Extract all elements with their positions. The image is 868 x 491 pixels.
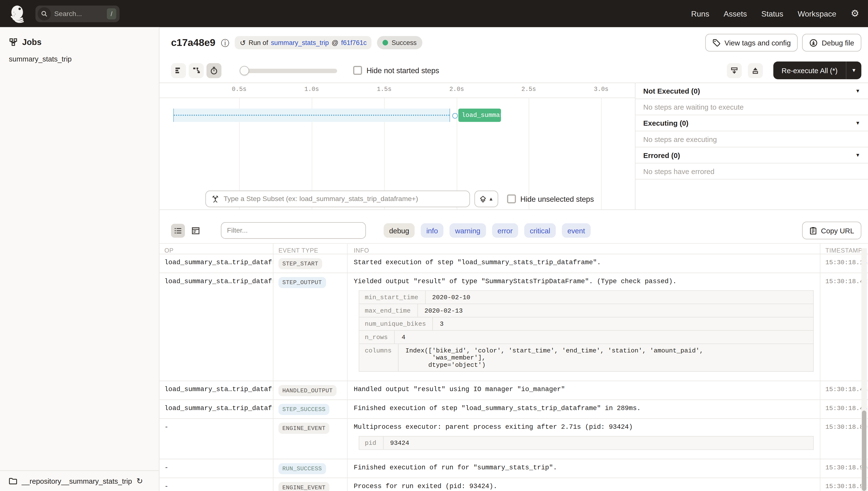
metadata-key: columns (359, 344, 399, 371)
gantt-flat-view-button[interactable] (171, 63, 186, 78)
info-icon[interactable]: ⓘ (221, 38, 229, 47)
reexecute-dropdown-caret[interactable]: ▼ (846, 61, 862, 79)
log-table-row[interactable]: -ENGINE_EVENTProcess for run exited (pid… (159, 478, 868, 491)
log-level-chip-info[interactable]: info (421, 223, 443, 238)
column-header-timestamp: TIMESTAMP (820, 244, 868, 254)
log-table-row[interactable]: load_summary_sta…trip_dataframeSTEP_OUTP… (159, 272, 868, 380)
event-type-cell: HANDLED_OUTPUT (274, 381, 347, 399)
timestamp-cell: 15:30:18.442 (820, 381, 868, 399)
metadata-value: 93424 (383, 437, 416, 449)
log-level-chip-warning[interactable]: warning (450, 223, 486, 238)
axis-tick-label: 2.5s (521, 86, 536, 92)
nav-item-workspace[interactable]: Workspace (798, 9, 836, 18)
jobs-tree-icon (9, 37, 18, 46)
run-id: c17a48e9 (171, 37, 215, 49)
log-table-row[interactable]: load_summary_sta…trip_dataframeSTEP_STAR… (159, 254, 868, 272)
section-empty-message: No steps are waiting to execute (636, 99, 868, 115)
info-cell: Handled output "result" using IO manager… (347, 381, 820, 399)
log-scrollbar-thumb[interactable] (862, 410, 866, 491)
op-cell: load_summary_sta…trip_dataframe (159, 381, 274, 399)
zoom-to-fit-down-button[interactable] (727, 63, 742, 78)
filter-placeholder: Filter... (227, 227, 248, 234)
chevron-down-icon: ▼ (856, 152, 860, 158)
sidebar-item-summary-stats-trip[interactable]: summary_stats_trip (0, 50, 159, 68)
reexecute-all-button[interactable]: Re-execute All (*) (773, 61, 846, 79)
log-table-row[interactable]: -ENGINE_EVENTMultiprocess executor: pare… (159, 418, 868, 459)
gear-icon[interactable]: ⚙ (851, 9, 859, 18)
view-tags-and-config-button[interactable]: View tags and config (705, 34, 798, 52)
checkbox-icon[interactable] (507, 195, 516, 203)
refresh-icon[interactable]: ↻ (136, 476, 143, 485)
log-level-chip-event[interactable]: event (562, 223, 590, 238)
step-status-section-header[interactable]: Errored (0)▼ (636, 147, 868, 163)
reexecute-all-split-button[interactable]: Re-execute All (*) ▼ (773, 61, 862, 79)
log-toolbar: Filter... debuginfowarningerrorcriticale… (159, 210, 868, 243)
folder-icon (9, 478, 17, 485)
log-level-chip-debug[interactable]: debug (384, 223, 415, 238)
debug-file-button[interactable]: Debug file (802, 34, 862, 52)
repository-name: __repository__summary_stats_trip (22, 476, 132, 485)
op-cell: load_summary_sta…trip_dataframe (159, 400, 274, 418)
hide-not-started-checkbox[interactable]: Hide not started steps (353, 66, 439, 75)
step-subset-placeholder: Type a Step Subset (ex: load_summary_sta… (224, 195, 418, 203)
metadata-key: n_rows (359, 331, 395, 343)
step-status-section-header[interactable]: Executing (0)▼ (636, 115, 868, 131)
log-table-row[interactable]: load_summary_sta…trip_dataframeSTEP_SUCC… (159, 399, 868, 418)
checkbox-icon[interactable] (353, 66, 362, 75)
column-header-op: OP (159, 244, 274, 254)
axis-tick-label: 1.5s (377, 86, 392, 92)
metadata-row: min_start_time2020-02-10 (359, 291, 813, 304)
metadata-value: Index(['bike_id', 'color', 'start_time',… (399, 344, 710, 371)
global-search-input[interactable]: Search... / (35, 5, 120, 22)
event-type-cell: ENGINE_EVENT (274, 419, 347, 459)
gantt-toolbar: Hide not started steps Re-execute All (*… (159, 58, 868, 83)
search-placeholder: Search... (54, 10, 107, 18)
log-table-row[interactable]: -RUN_SUCCESSFinished execution of run fo… (159, 459, 868, 478)
log-list-view-button[interactable] (171, 224, 185, 237)
axis-tick-label: 0.5s (232, 86, 247, 92)
axis-gridline (601, 97, 601, 209)
step-subset-input[interactable]: Type a Step Subset (ex: load_summary_sta… (206, 191, 470, 207)
app-root: Search... / RunsAssetsStatusWorkspace ⚙ … (0, 0, 868, 491)
commit-link[interactable]: f61f761c (341, 39, 367, 47)
event-type-badge: STEP_OUTPUT (278, 277, 326, 288)
hide-unselected-checkbox[interactable]: Hide unselected steps (507, 195, 594, 203)
log-level-chip-critical[interactable]: critical (524, 223, 556, 238)
dagster-logo-icon[interactable] (9, 4, 27, 23)
log-table-row[interactable]: load_summary_sta…trip_dataframeHANDLED_O… (159, 381, 868, 399)
log-level-chip-error[interactable]: error (492, 223, 518, 238)
gantt-step-bar[interactable]: load_summary_ (458, 109, 501, 122)
zoom-to-fit-up-button[interactable] (748, 63, 763, 78)
event-type-cell: STEP_SUCCESS (274, 400, 347, 418)
nav-item-runs[interactable]: Runs (691, 9, 709, 18)
column-header-event-type: EVENT TYPE (274, 244, 347, 254)
event-type-badge: STEP_SUCCESS (278, 404, 329, 415)
log-level-filters: debuginfowarningerrorcriticalevent (384, 223, 591, 238)
nav-item-assets[interactable]: Assets (724, 9, 747, 18)
jobs-sidebar: Jobs summary_stats_trip __repository__su… (0, 27, 159, 491)
gantt-waterfall-view-button[interactable] (189, 63, 204, 78)
layers-icon (479, 195, 487, 202)
graph-query-toggle-button[interactable]: ▲ (474, 191, 498, 207)
event-type-badge: STEP_START (278, 258, 322, 269)
log-scrollbar[interactable] (862, 248, 867, 491)
info-text: Yielded output "result" of type "Summary… (353, 278, 816, 285)
op-cell: load_summary_sta…trip_dataframe (159, 273, 274, 381)
job-link[interactable]: summary_stats_trip (271, 39, 329, 47)
at-symbol: @ (332, 39, 338, 47)
log-structured-view-button[interactable] (189, 224, 203, 237)
section-empty-message: No steps have errored (636, 163, 868, 179)
step-status-section-header[interactable]: Not Executed (0)▼ (636, 83, 868, 99)
nav-item-status[interactable]: Status (762, 9, 783, 18)
gantt-timed-view-button[interactable] (207, 63, 221, 78)
zoom-slider[interactable] (240, 66, 337, 75)
metadata-value: 3 (433, 317, 450, 330)
success-dot-icon (383, 40, 388, 46)
op-selector-icon (212, 195, 219, 203)
column-header-info: INFO (347, 244, 820, 254)
zoom-slider-handle[interactable] (240, 66, 249, 75)
op-cell: - (159, 459, 274, 478)
timestamp-cell: 15:30:18.427 (820, 273, 868, 381)
copy-url-button[interactable]: Copy URL (802, 222, 862, 239)
log-filter-input[interactable]: Filter... (221, 222, 366, 239)
